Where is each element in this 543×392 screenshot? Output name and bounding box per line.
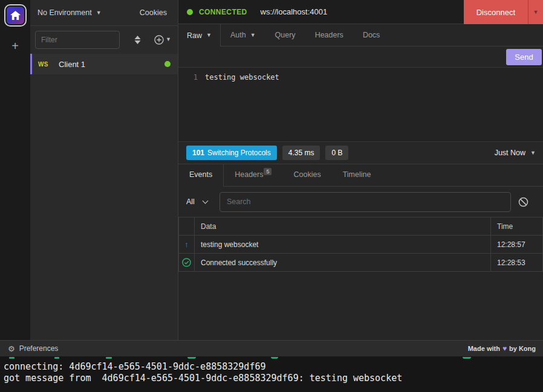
made-with-kong: Made with ♥ by Kong <box>468 344 536 353</box>
add-project-button[interactable]: + <box>11 40 19 52</box>
line-number: 1 <box>178 73 205 141</box>
websocket-url: ws://localhost:4001 <box>261 7 328 16</box>
check-circle-icon <box>182 258 191 267</box>
status-code-badge: 101Switching Protocols <box>186 146 277 160</box>
disconnect-split-button: Disconnect ▼ <box>464 0 543 24</box>
chevron-down-icon: ▼ <box>166 37 171 42</box>
sidebar: No Environment ▼ Cookies <box>30 0 178 340</box>
events-table: Data Time ↑ testing websocket 12:28:57 <box>178 217 543 272</box>
empty-response-area <box>178 272 543 340</box>
tab-timeline[interactable]: Timeline <box>332 164 382 187</box>
home-icon <box>7 7 24 24</box>
headers-count-badge: 5 <box>264 168 272 175</box>
terminal-line: got message from 4d69cf14-e565-4501-9ddc… <box>4 373 543 384</box>
gear-icon: ⚙ <box>8 344 15 353</box>
ban-icon <box>518 197 528 207</box>
tab-auth[interactable]: Auth ▼ <box>221 24 265 47</box>
home-button[interactable] <box>4 4 27 27</box>
sidebar-item-client-1[interactable]: WS Client 1 <box>30 54 178 74</box>
response-tabs: Events Headers 5 Cookies Timeline <box>178 164 543 187</box>
chevron-down-icon: ▼ <box>96 10 102 16</box>
tab-query[interactable]: Query <box>265 24 305 47</box>
cookies-button[interactable]: Cookies <box>140 8 167 17</box>
left-rail: + <box>0 0 30 340</box>
event-data-cell: testing websocket <box>195 236 491 254</box>
preferences-button[interactable]: ⚙ Preferences <box>8 344 58 353</box>
tab-response-cookies[interactable]: Cookies <box>282 164 331 187</box>
sort-button[interactable] <box>128 31 146 49</box>
chevron-down-icon: ▼ <box>206 33 212 38</box>
environment-label: No Environment <box>37 8 92 17</box>
response-history-dropdown[interactable]: Just Now ▼ <box>495 149 536 157</box>
tabs-filler <box>389 24 543 47</box>
client-name: Client 1 <box>59 60 164 69</box>
event-time-cell: 12:28:53 <box>491 254 543 272</box>
insomnia-app-window: + No Environment ▼ Cookies <box>0 0 543 392</box>
sidebar-filter-row: ▼ <box>30 26 178 53</box>
data-column-header: Data <box>195 217 491 236</box>
clipped-terminal-line <box>0 356 543 359</box>
chevron-down-icon: ▼ <box>250 33 256 38</box>
tab-headers[interactable]: Headers <box>305 24 353 47</box>
clear-events-button[interactable] <box>511 197 535 207</box>
environment-selector[interactable]: No Environment ▼ <box>37 8 102 17</box>
tab-events[interactable]: Events <box>178 164 224 187</box>
event-type-select[interactable]: All <box>186 198 207 206</box>
send-button[interactable]: Send <box>506 49 542 65</box>
disconnect-dropdown-button[interactable]: ▼ <box>528 0 543 24</box>
connection-status: CONNECTED <box>187 8 247 16</box>
websocket-method-tag: WS <box>38 61 59 68</box>
response-size-badge: 0 B <box>325 146 348 160</box>
tab-docs[interactable]: Docs <box>353 24 389 47</box>
create-request-button[interactable]: ▼ <box>154 31 172 49</box>
chevron-down-icon <box>202 198 208 204</box>
request-tabs: Raw ▼ Auth ▼ Query Headers Docs <box>178 24 543 47</box>
status-reason: Switching Protocols <box>207 149 271 157</box>
tab-raw[interactable]: Raw ▼ <box>178 24 221 47</box>
response-status-bar: 101Switching Protocols 4.35 ms 0 B Just … <box>178 141 543 164</box>
sort-arrows-icon <box>134 36 141 44</box>
table-row[interactable]: ↑ testing websocket 12:28:57 <box>179 236 543 254</box>
events-table-header: Data Time <box>179 217 543 236</box>
connection-status-label: CONNECTED <box>199 8 247 16</box>
message-text: testing websocket <box>205 73 279 141</box>
disconnect-button[interactable]: Disconnect <box>464 0 528 24</box>
events-filter-row: All <box>178 187 543 217</box>
table-row[interactable]: Connected successfully 12:28:53 <box>179 254 543 272</box>
connected-dot-icon <box>164 61 171 67</box>
sidebar-header: No Environment ▼ Cookies <box>30 0 178 26</box>
chevron-down-icon: ▼ <box>530 150 536 156</box>
tab-response-headers[interactable]: Headers 5 <box>224 164 282 187</box>
main-pane: CONNECTED ws://localhost:4001 Disconnect… <box>178 0 543 340</box>
connection-bar: CONNECTED ws://localhost:4001 Disconnect… <box>178 0 543 24</box>
status-code: 101 <box>192 149 204 157</box>
event-time-cell: 12:28:57 <box>491 236 543 254</box>
app-footer: ⚙ Preferences Made with ♥ by Kong <box>0 340 543 356</box>
icon-column-header <box>179 217 195 236</box>
sidebar-filter-input[interactable] <box>35 31 120 49</box>
message-editor[interactable]: 1 testing websocket <box>178 68 543 141</box>
time-column-header: Time <box>491 217 543 236</box>
terminal-line: connecting: 4d69cf14-e565-4501-9ddc-e885… <box>4 361 543 373</box>
tabs-filler <box>382 164 543 187</box>
events-search-input[interactable] <box>219 192 511 212</box>
event-data-cell: Connected successfully <box>195 254 491 272</box>
plus-circle-icon <box>154 35 164 45</box>
heart-icon: ♥ <box>502 344 507 353</box>
workspace: + No Environment ▼ Cookies <box>0 0 543 340</box>
response-time-badge: 4.35 ms <box>282 146 320 160</box>
terminal-output: connecting: 4d69cf14-e565-4501-9ddc-e885… <box>0 356 543 392</box>
send-row: Send <box>178 47 543 68</box>
status-dot-icon <box>187 9 193 15</box>
sent-message-arrow-up-icon: ↑ <box>184 240 189 249</box>
